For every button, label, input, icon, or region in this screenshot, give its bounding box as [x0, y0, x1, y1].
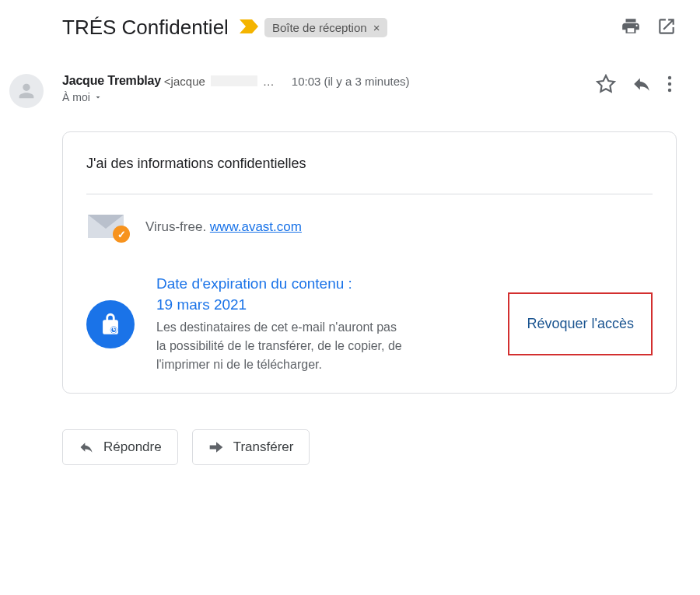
forward-label: Transférer: [233, 439, 294, 455]
email-timestamp: 10:03 (il y a 3 minutes): [292, 75, 410, 88]
print-icon[interactable]: [621, 16, 641, 40]
recipient-line[interactable]: À moi: [62, 91, 596, 103]
expiration-date: 19 mars 2021: [156, 296, 247, 313]
chevron-down-icon: [93, 93, 103, 102]
remove-label-icon[interactable]: ×: [373, 21, 380, 34]
confidential-lock-icon: [86, 300, 135, 348]
sender-email-suffix: …: [263, 75, 275, 88]
reply-button[interactable]: Répondre: [62, 429, 178, 465]
email-body-text: J'ai des informations confidentielles: [86, 156, 653, 172]
important-marker-icon[interactable]: [240, 19, 258, 37]
email-card: J'ai des informations confidentielles ✓ …: [62, 131, 677, 394]
divider: [86, 194, 653, 194]
reply-icon: [79, 439, 94, 455]
inbox-label-text: Boîte de réception: [272, 21, 367, 34]
svg-point-2: [668, 89, 671, 92]
revoke-access-button[interactable]: Révoquer l'accès: [508, 292, 653, 355]
reply-actions-row: Répondre Transférer: [62, 429, 677, 465]
confidential-description: Les destinataires de cet e-mail n'auront…: [156, 318, 405, 374]
avatar: [9, 74, 44, 108]
forward-button[interactable]: Transférer: [192, 429, 310, 465]
avast-link[interactable]: www.avast.com: [210, 219, 302, 234]
star-icon[interactable]: [596, 74, 616, 97]
sender-email-prefix: <jacque: [164, 75, 205, 88]
reply-label: Répondre: [103, 439, 162, 455]
forward-icon: [208, 439, 224, 455]
svg-point-1: [668, 82, 671, 86]
inbox-label-chip[interactable]: Boîte de réception ×: [264, 18, 388, 37]
open-new-window-icon[interactable]: [656, 16, 677, 40]
more-menu-icon[interactable]: [667, 75, 672, 96]
email-subject: TRÉS Confidentiel: [62, 16, 229, 40]
sender-row: Jacque Tremblay <jacque… 10:03 (il y a 3…: [9, 74, 677, 108]
redacted-email: [211, 75, 257, 86]
virus-free-label: Virus-free.: [145, 219, 206, 234]
subject-row: TRÉS Confidentiel Boîte de réception ×: [62, 16, 677, 40]
virus-free-icon: ✓: [86, 212, 130, 243]
sender-name: Jacque Tremblay: [62, 74, 161, 88]
reply-arrow-icon[interactable]: [632, 74, 652, 97]
recipient-text: À moi: [62, 91, 90, 103]
confidential-section: Date d'expiration du contenu : 19 mars 2…: [86, 274, 653, 374]
svg-point-0: [668, 76, 671, 79]
expiration-title-line1: Date d'expiration du contenu :: [156, 275, 352, 292]
virus-free-row: ✓ Virus-free. www.avast.com: [86, 212, 653, 243]
